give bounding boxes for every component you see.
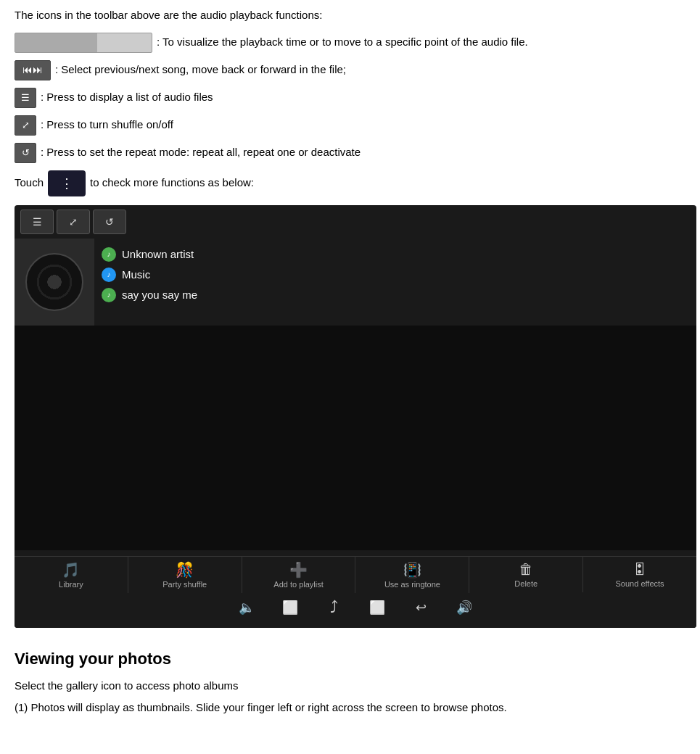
viewing-photos-title: Viewing your photos [15, 650, 685, 668]
ringtone-label: Use as ringtone [384, 580, 440, 589]
menu-party-shuffle[interactable]: 🎊 Party shuffle [128, 557, 242, 593]
touch-row: Touch ⋮ to check more functions as below… [15, 170, 685, 196]
thumbnails-paragraph: (1) Photos will display as thumbnails. S… [15, 699, 685, 716]
track-label-2: say you say me [122, 289, 197, 301]
track-label-0: Unknown artist [122, 248, 194, 260]
next-icon: ⏭ [33, 62, 43, 78]
screen-btn[interactable]: ⬜ [279, 599, 301, 616]
progress-bar-description: : To visualize the playback time or to m… [157, 34, 528, 51]
sound-effects-label: Sound effects [616, 579, 664, 588]
track-list: ♪ Unknown artist ♪ Music ♪ say you say m… [94, 239, 696, 326]
shuffle-row: ⤢ : Press to turn shuffle on/off [15, 115, 685, 136]
menu-ringtone[interactable]: 📳 Use as ringtone [355, 557, 469, 593]
progress-bar-icon [15, 33, 152, 53]
library-label: Library [59, 580, 83, 589]
back-btn[interactable]: ↩ [410, 599, 432, 616]
frame-btn[interactable]: ⤴ [323, 599, 345, 616]
prev-next-row: ⏮ ⏭ : Select previous/next song, move ba… [15, 60, 685, 80]
music-toolbar: ☰ ⤢ ↺ [15, 205, 696, 239]
list-description: : Press to display a list of audio files [41, 89, 213, 106]
vinyl-disc [25, 253, 83, 311]
album-art [15, 239, 94, 326]
track-item-1[interactable]: ♪ Music [102, 265, 689, 285]
prev-next-icon: ⏮ ⏭ [15, 60, 51, 80]
toolbar-list-btn[interactable]: ☰ [20, 210, 54, 234]
volume-up-btn[interactable]: 🔊 [453, 599, 475, 616]
music-content: ♪ Unknown artist ♪ Music ♪ say you say m… [15, 239, 696, 326]
system-bar: 🔈 ⬜ ⤴ ⬜ ↩ 🔊 [15, 593, 696, 622]
touch-suffix: to check more functions as below: [90, 175, 254, 191]
list-icon: ☰ [15, 88, 36, 108]
volume-down-btn[interactable]: 🔈 [236, 599, 258, 616]
add-playlist-icon: ➕ [289, 561, 308, 579]
prev-icon: ⏮ [22, 62, 33, 78]
track-icon-0: ♪ [102, 247, 116, 262]
shuffle-icon: ⤢ [15, 115, 36, 136]
library-icon: 🎵 [62, 561, 80, 579]
screenshot-container: ☰ ⤢ ↺ ♪ Unknown artist ♪ Music ♪ say you… [15, 205, 696, 628]
delete-icon: 🗑 [519, 561, 533, 578]
bottom-content: Viewing your photos Select the gallery i… [15, 642, 685, 716]
delete-label: Delete [514, 579, 538, 588]
more-button[interactable]: ⋮ [48, 170, 86, 196]
menu-library[interactable]: 🎵 Library [15, 557, 128, 593]
prev-next-description: : Select previous/next song, move back o… [55, 62, 346, 78]
track-label-1: Music [122, 268, 150, 281]
toolbar-shuffle-btn[interactable]: ⤢ [57, 210, 90, 234]
track-item-0[interactable]: ♪ Unknown artist [102, 244, 689, 265]
progress-bar-row: : To visualize the playback time or to m… [15, 33, 685, 53]
list-row: ☰ : Press to display a list of audio fil… [15, 88, 685, 108]
ringtone-icon: 📳 [403, 561, 421, 579]
add-playlist-label: Add to playlist [273, 580, 323, 589]
toolbar-repeat-btn[interactable]: ↺ [93, 210, 126, 234]
dark-area [15, 326, 696, 550]
playback-bar: 🎵 Library 🎊 Party shuffle ➕ Add to playl… [15, 550, 696, 628]
repeat-icon: ↺ [15, 143, 36, 163]
repeat-row: ↺ : Press to set the repeat mode: repeat… [15, 143, 685, 163]
party-shuffle-icon: 🎊 [176, 561, 194, 579]
sound-effects-icon: 🎛 [633, 561, 647, 578]
menu-delete[interactable]: 🗑 Delete [469, 557, 583, 592]
gallery-paragraph: Select the gallery icon to access photo … [15, 677, 685, 695]
track-item-2[interactable]: ♪ say you say me [102, 285, 689, 305]
party-shuffle-label: Party shuffle [162, 580, 207, 589]
touch-prefix: Touch [15, 175, 44, 191]
intro-paragraph: The icons in the toolbar above are the a… [15, 7, 685, 24]
menu-bar: 🎵 Library 🎊 Party shuffle ➕ Add to playl… [15, 556, 696, 593]
shuffle-description: : Press to turn shuffle on/off [41, 117, 173, 133]
menu-sound-effects[interactable]: 🎛 Sound effects [583, 557, 696, 592]
track-icon-1: ♪ [102, 268, 116, 282]
menu-add-playlist[interactable]: ➕ Add to playlist [242, 557, 356, 593]
home-btn[interactable]: ⬜ [366, 599, 388, 616]
repeat-description: : Press to set the repeat mode: repeat a… [41, 144, 361, 161]
track-icon-2: ♪ [102, 288, 116, 302]
